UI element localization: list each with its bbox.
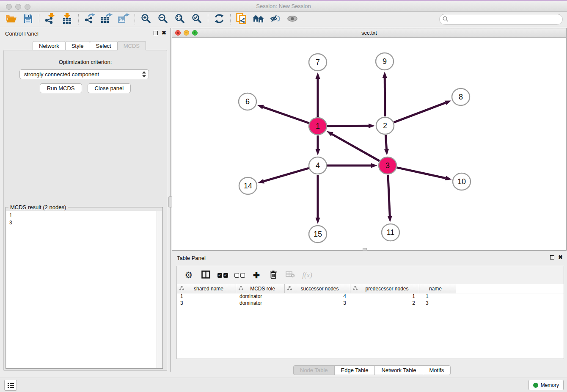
unchecked-boxes-icon [234, 273, 245, 278]
graph-edge[interactable] [396, 168, 445, 178]
graph-edge[interactable] [385, 135, 386, 149]
graph-edge[interactable] [327, 126, 369, 126]
column-header-successor-nodes[interactable]: successor nodes [285, 284, 350, 293]
tab-select[interactable]: Select [90, 41, 118, 50]
eye-icon [287, 15, 298, 24]
graph-node-label: 10 [457, 177, 466, 186]
control-panel: Control Panel ✖ Network Style Select MCD… [0, 28, 171, 372]
graph-node-label: 4 [316, 161, 320, 170]
graph-edge[interactable] [332, 134, 380, 161]
export-network-button[interactable] [81, 13, 98, 26]
select-stepper-icon [142, 71, 146, 80]
export-table-button[interactable] [98, 13, 115, 26]
plus-icon: ✚ [253, 271, 260, 280]
mcds-result-list[interactable]: 1 3 [6, 211, 162, 368]
zoom-selected-button[interactable] [188, 13, 205, 26]
close-table-panel-icon[interactable]: ✖ [558, 255, 563, 259]
deselect-all-button[interactable] [232, 268, 247, 282]
graph-edge-arrowhead [316, 149, 320, 155]
run-mcds-button[interactable]: Run MCDS [40, 83, 82, 93]
zoom-out-icon [158, 14, 168, 25]
graph-edge[interactable] [264, 168, 308, 181]
status-bar: Memory [0, 378, 567, 392]
column-header-predecessor-nodes[interactable]: predecessor nodes [350, 284, 419, 293]
export-table-icon [101, 13, 113, 26]
tab-network-table[interactable]: Network Table [374, 365, 423, 375]
float-panel-icon[interactable] [154, 31, 158, 35]
delete-button[interactable] [266, 268, 281, 282]
network-window-title: scc.txt [172, 30, 566, 36]
graph-edge-arrowhead [445, 176, 452, 180]
vertical-splitter[interactable] [170, 28, 171, 372]
table-options-button[interactable]: ⚙ [181, 268, 196, 282]
function-builder-button[interactable]: f(x) [300, 268, 315, 282]
close-panel-icon[interactable]: ✖ [162, 31, 166, 35]
export-network-icon [84, 13, 96, 26]
graph-edge-arrowhead [388, 216, 392, 222]
table-panel-tabs: Node Table Edge Table Network Table Moti… [294, 365, 451, 375]
clone-network-icon [236, 13, 247, 26]
graph-edge[interactable] [263, 107, 309, 123]
select-all-button[interactable]: ✓✓ [215, 268, 230, 282]
import-network-icon [45, 13, 56, 26]
eye-slash-icon [270, 14, 281, 25]
export-image-button[interactable] [115, 13, 132, 26]
optimization-select[interactable]: strongly connected component [19, 69, 149, 79]
tab-mcds[interactable]: MCDS [117, 41, 146, 50]
two-houses-icon [252, 14, 265, 25]
save-session-button[interactable] [19, 13, 36, 26]
network-canvas[interactable]: 1234678910111415 [172, 38, 566, 250]
log-console-button[interactable] [4, 380, 17, 391]
show-all-button[interactable] [284, 13, 301, 26]
import-network-button[interactable] [42, 13, 59, 26]
tab-style[interactable]: Style [65, 41, 90, 50]
table-row[interactable]: 1 dominator 4 1 1 [177, 293, 564, 300]
column-header-mcds-role[interactable]: MCDS role [236, 284, 285, 293]
table-row[interactable]: 3 dominator 3 2 3 [177, 300, 564, 307]
graph-node-label: 8 [459, 93, 463, 101]
open-session-button[interactable] [3, 13, 19, 26]
horizontal-splitter-grip[interactable] [363, 248, 367, 251]
memory-status-icon [533, 383, 538, 388]
graph-edge-arrowhead [316, 218, 320, 224]
tab-node-table[interactable]: Node Table [293, 365, 335, 375]
graph-node-label: 9 [383, 57, 387, 66]
open-folder-icon [6, 14, 17, 25]
checked-boxes-icon: ✓✓ [217, 273, 228, 278]
columns-icon [201, 271, 210, 280]
float-table-panel-icon[interactable] [550, 255, 554, 259]
clone-network-button[interactable] [233, 13, 250, 26]
hide-selected-button[interactable] [267, 13, 284, 26]
result-scrollbar[interactable] [157, 211, 162, 368]
graph-edge[interactable] [385, 78, 385, 116]
zoom-in-button[interactable] [138, 13, 154, 26]
graph-node-label: 1 [316, 122, 320, 130]
column-header-shared-name[interactable]: shared name [177, 284, 236, 293]
graph-edge[interactable] [394, 103, 446, 122]
import-table-button[interactable] [59, 13, 76, 26]
graph-node-label: 15 [314, 230, 322, 238]
result-line: 3 [9, 219, 162, 226]
column-header-name[interactable]: name [419, 284, 456, 293]
graph-edge[interactable] [388, 175, 390, 216]
zoom-fit-button[interactable] [171, 13, 188, 26]
first-neighbors-button[interactable] [250, 13, 267, 26]
graph-node-label: 11 [387, 228, 395, 237]
add-column-button[interactable]: ✚ [249, 268, 264, 282]
refresh-button[interactable] [211, 13, 228, 26]
tab-network[interactable]: Network [33, 41, 66, 50]
zoom-out-button[interactable] [154, 13, 171, 26]
graph-node-label: 14 [244, 182, 252, 190]
search-input[interactable] [439, 14, 563, 25]
tab-edge-table[interactable]: Edge Table [334, 365, 375, 375]
close-panel-button[interactable]: Close panel [88, 83, 131, 93]
memory-button[interactable]: Memory [528, 380, 564, 390]
hierarchy-icon [179, 286, 184, 292]
delete-table-button[interactable] [283, 268, 298, 282]
column-visibility-button[interactable] [198, 268, 213, 282]
graph-node-label: 2 [383, 121, 387, 130]
import-table-icon [62, 13, 73, 26]
hierarchy-icon [239, 286, 243, 292]
graph-edge-arrowhead [371, 163, 377, 168]
tab-motifs[interactable]: Motifs [423, 365, 451, 375]
